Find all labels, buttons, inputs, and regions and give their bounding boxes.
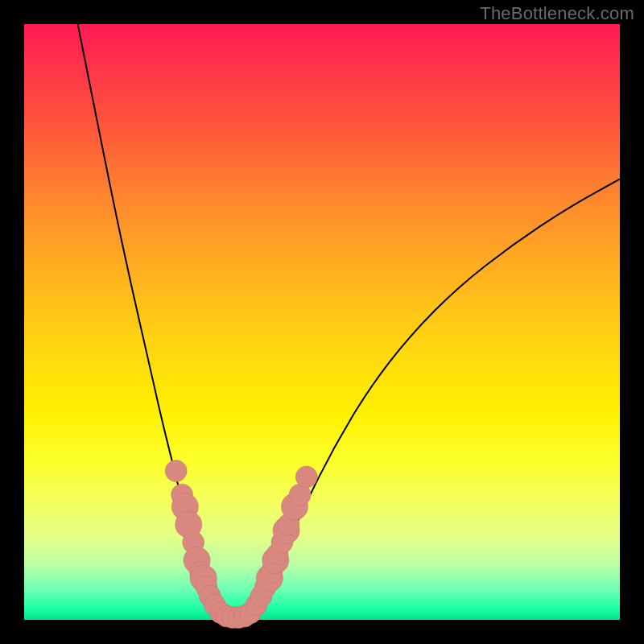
chart-frame: TheBottleneck.com <box>0 0 644 644</box>
marker-cluster <box>165 460 317 629</box>
plot-area <box>24 24 620 620</box>
chart-svg <box>24 24 620 620</box>
watermark-text: TheBottleneck.com <box>480 3 634 24</box>
marker-point <box>295 466 317 488</box>
marker-point <box>165 460 187 482</box>
bottleneck-curve <box>78 24 620 618</box>
